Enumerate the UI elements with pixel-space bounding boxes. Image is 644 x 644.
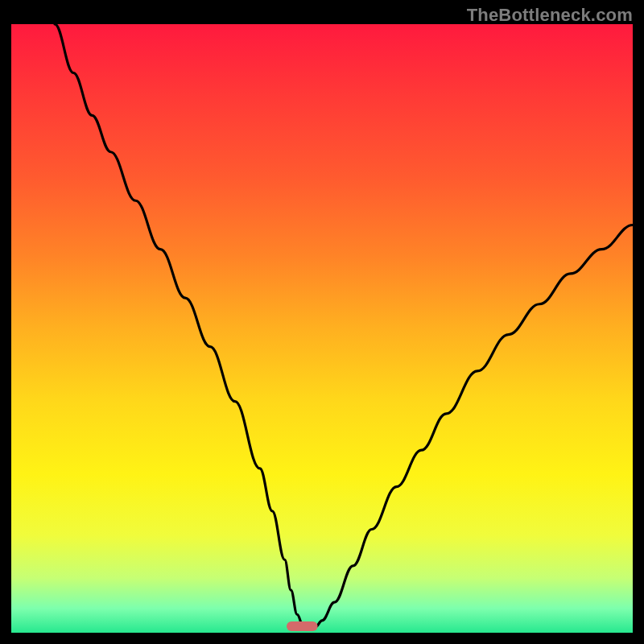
watermark-text: TheBottleneck.com xyxy=(467,5,633,26)
optimum-marker xyxy=(287,621,318,631)
chart-background-gradient xyxy=(11,24,633,633)
bottleneck-chart xyxy=(11,24,633,633)
chart-frame xyxy=(11,24,633,633)
